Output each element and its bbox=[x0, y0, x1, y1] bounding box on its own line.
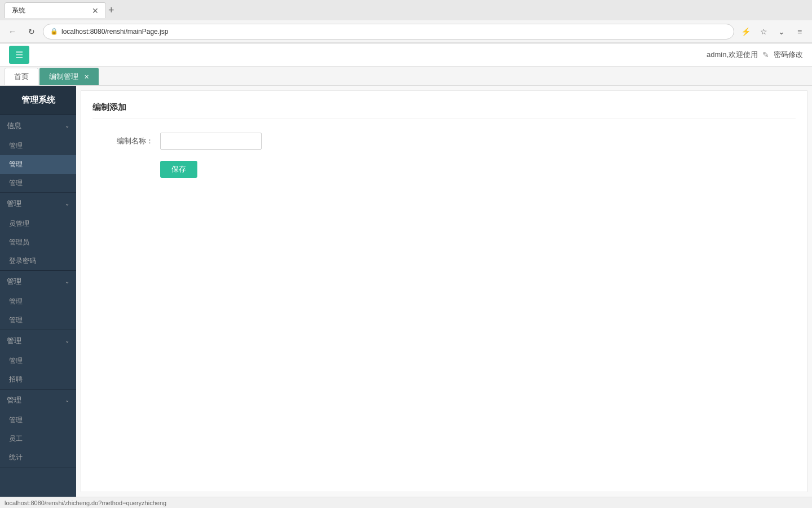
tab-bianzhi-label: 编制管理 bbox=[49, 72, 78, 81]
main-content: 编制添加 编制名称： 保存 © 人事 bbox=[76, 86, 812, 497]
tab-home[interactable]: 首页 bbox=[5, 68, 38, 85]
form-row-name: 编制名称： bbox=[92, 133, 796, 150]
browser-nav: ← ↻ 🔒 localhost:8080/renshi/mainPage.jsp… bbox=[0, 20, 812, 43]
sidebar-title: 管理系统 bbox=[0, 86, 76, 115]
browser-chrome: 系统 ✕ + ← ↻ 🔒 localhost:8080/renshi/mainP… bbox=[0, 0, 812, 43]
sidebar-section-header-4[interactable]: 管理 ⌄ bbox=[0, 330, 76, 352]
user-welcome-text: admin,欢迎使用 bbox=[707, 50, 758, 60]
sidebar-section-header-1[interactable]: 信息 ⌄ bbox=[0, 115, 76, 137]
sidebar: 管理系统 信息 ⌄ 管理 管理 管理 管理 ⌄ 员管理 管理员 bbox=[0, 86, 76, 497]
edit-icon[interactable]: ✎ bbox=[762, 50, 769, 59]
back-button[interactable]: ← bbox=[5, 24, 20, 40]
browser-tab-active[interactable]: 系统 ✕ bbox=[5, 2, 106, 18]
new-tab-button[interactable]: + bbox=[108, 5, 114, 16]
sidebar-section-3: 管理 ⌄ 管理 管理 bbox=[0, 271, 76, 330]
url-lock-icon: 🔒 bbox=[50, 28, 58, 35]
sidebar-item-2-2[interactable]: 管理员 bbox=[0, 233, 76, 252]
form-actions: 保存 bbox=[160, 161, 796, 178]
sidebar-section-header-2[interactable]: 管理 ⌄ bbox=[0, 193, 76, 214]
sidebar-item-2-3[interactable]: 登录密码 bbox=[0, 252, 76, 270]
section-5-label: 管理 bbox=[7, 395, 21, 405]
tab-title: 系统 bbox=[12, 6, 25, 15]
section-title: 编制添加 bbox=[92, 102, 796, 119]
sidebar-item-1-1[interactable]: 管理 bbox=[0, 137, 76, 155]
topbar: ☰ admin,欢迎使用 ✎ 密码修改 bbox=[0, 43, 812, 67]
section-1-label: 信息 bbox=[7, 121, 21, 131]
section-1-chevron: ⌄ bbox=[65, 122, 69, 129]
sidebar-item-5-3[interactable]: 统计 bbox=[0, 448, 76, 467]
tab-close-button[interactable]: ✕ bbox=[92, 6, 99, 15]
sidebar-title-text: 管理系统 bbox=[21, 95, 55, 104]
sidebar-item-2-1[interactable]: 员管理 bbox=[0, 214, 76, 233]
sidebar-item-5-2[interactable]: 员工 bbox=[0, 430, 76, 448]
sidebar-section-header-5[interactable]: 管理 ⌄ bbox=[0, 389, 76, 411]
sidebar-item-5-1[interactable]: 管理 bbox=[0, 411, 76, 430]
tab-bianzhi[interactable]: 编制管理 ✕ bbox=[39, 68, 99, 85]
section-3-label: 管理 bbox=[7, 277, 21, 287]
save-button[interactable]: 保存 bbox=[160, 161, 197, 178]
star-icon[interactable]: ☆ bbox=[756, 24, 771, 40]
sidebar-item-3-1[interactable]: 管理 bbox=[0, 292, 76, 311]
sidebar-item-3-2[interactable]: 管理 bbox=[0, 311, 76, 330]
statusbar: localhost:8080/renshi/zhicheng.do?method… bbox=[0, 497, 812, 508]
sidebar-section-4: 管理 ⌄ 管理 招聘 bbox=[0, 330, 76, 389]
url-text: localhost:8080/renshi/mainPage.jsp bbox=[61, 28, 168, 36]
content-tabs: 首页 编制管理 ✕ bbox=[0, 67, 812, 86]
section-4-label: 管理 bbox=[7, 336, 21, 346]
section-2-chevron: ⌄ bbox=[65, 200, 69, 207]
sidebar-section-header-3[interactable]: 管理 ⌄ bbox=[0, 271, 76, 292]
url-bar[interactable]: 🔒 localhost:8080/renshi/mainPage.jsp bbox=[43, 24, 734, 40]
sidebar-item-4-1[interactable]: 管理 bbox=[0, 352, 76, 370]
topbar-right: admin,欢迎使用 ✎ 密码修改 bbox=[707, 50, 803, 60]
content-area: 编制添加 编制名称： 保存 bbox=[81, 90, 807, 493]
tab-bianzhi-close[interactable]: ✕ bbox=[84, 73, 89, 80]
browser-menu-icon[interactable]: ≡ bbox=[792, 24, 807, 40]
sidebar-section-5: 管理 ⌄ 管理 员工 统计 bbox=[0, 389, 76, 467]
lightning-icon[interactable]: ⚡ bbox=[738, 24, 753, 40]
reload-button[interactable]: ↻ bbox=[24, 24, 39, 40]
section-3-chevron: ⌄ bbox=[65, 278, 69, 284]
browser-tabs: 系统 ✕ + bbox=[0, 0, 812, 20]
sidebar-section-2: 管理 ⌄ 员管理 管理员 登录密码 bbox=[0, 193, 76, 271]
sidebar-item-4-2[interactable]: 招聘 bbox=[0, 370, 76, 389]
form-label-name: 编制名称： bbox=[92, 136, 160, 146]
section-4-chevron: ⌄ bbox=[65, 338, 69, 344]
sidebar-section-1: 信息 ⌄ 管理 管理 管理 bbox=[0, 115, 76, 193]
sidebar-item-1-2[interactable]: 管理 bbox=[0, 155, 76, 174]
menu-toggle-button[interactable]: ☰ bbox=[9, 46, 29, 64]
section-2-label: 管理 bbox=[7, 199, 21, 209]
tab-home-label: 首页 bbox=[14, 72, 29, 81]
sidebar-item-1-3[interactable]: 管理 bbox=[0, 174, 76, 192]
app-container: 管理系统 信息 ⌄ 管理 管理 管理 管理 ⌄ 员管理 管理员 bbox=[0, 86, 812, 497]
hamburger-icon: ☰ bbox=[15, 50, 23, 60]
statusbar-url: localhost:8080/renshi/zhicheng.do?method… bbox=[5, 500, 807, 506]
topbar-left: ☰ bbox=[9, 46, 29, 64]
bianzhi-name-input[interactable] bbox=[160, 133, 262, 150]
nav-icons: ⚡ ☆ ⌄ ≡ bbox=[738, 24, 807, 40]
password-change-link[interactable]: 密码修改 bbox=[774, 50, 803, 60]
chevron-down-icon[interactable]: ⌄ bbox=[774, 24, 789, 40]
section-5-chevron: ⌄ bbox=[65, 397, 69, 403]
